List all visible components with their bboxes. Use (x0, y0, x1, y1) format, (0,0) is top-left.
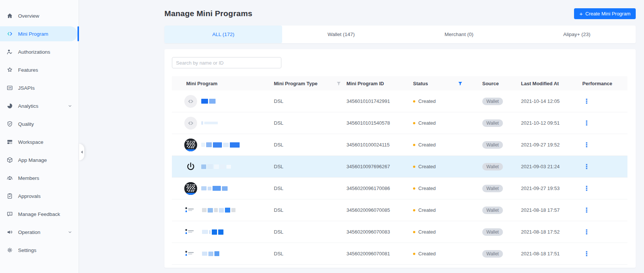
table-row[interactable]: DSL3456020096070083CreatedWallet2021-08-… (172, 221, 627, 243)
sidebar-item-label: Workspace (18, 139, 43, 145)
create-mini-program-button[interactable]: + Create Mini Program (574, 8, 636, 19)
status-label: Created (418, 229, 436, 235)
table-row[interactable]: DSL3456010101540578CreatedWallet2021-10-… (172, 112, 627, 134)
performance-cell (582, 163, 627, 170)
column-label: Mini Program (186, 81, 217, 86)
mini-program-name-redacted (201, 121, 218, 125)
last-modified-cell: 2021-09-03 21:24 (521, 164, 582, 169)
row-actions-menu-icon[interactable] (584, 97, 589, 105)
sidebar-item-members[interactable]: Members (0, 170, 79, 186)
mini-program-cell (172, 250, 274, 258)
tab-label: Alipay+ (23) (563, 32, 590, 37)
last-modified-cell: 2021-08-18 17:51 (521, 251, 582, 256)
status-label: Created (418, 186, 436, 191)
redacted-name-block (209, 99, 216, 104)
row-actions-menu-icon[interactable] (584, 228, 589, 236)
mini-program-type-cell: DSL (274, 98, 346, 104)
tab-merchant-0-[interactable]: Merchant (0) (400, 26, 518, 43)
redacted-name-block (208, 252, 213, 256)
page-header: Manage Mini Programs + Create Mini Progr… (164, 7, 636, 20)
table-row[interactable]: DSL3456010101742991CreatedWallet2021-10-… (172, 90, 627, 112)
table-row[interactable]: DSL3456020096070081CreatedWallet2021-08-… (172, 243, 627, 265)
api-icon: API (6, 84, 13, 91)
redacted-name-block (212, 229, 217, 235)
sidebar-item-app-manage[interactable]: App Manage (0, 152, 79, 167)
column-label: Status (413, 81, 428, 86)
last-modified-cell: 2021-10-12 09:51 (521, 120, 582, 126)
mini-program-id-cell: 3456010100024115 (346, 142, 413, 148)
table-row[interactable]: DSL3456010100024115CreatedWallet2021-09-… (172, 134, 627, 156)
sidebar-item-overview[interactable]: Overview (0, 8, 79, 23)
column-header-status: Status (413, 76, 482, 90)
mini-program-name-redacted (201, 186, 228, 191)
sidebar-item-label: Settings (18, 247, 36, 253)
sidebar-item-jsapis[interactable]: APIJSAPIs (0, 80, 79, 95)
table-row[interactable]: DSL3456020096070085CreatedWallet2021-08-… (172, 199, 627, 221)
row-actions-menu-icon[interactable] (584, 206, 589, 214)
filter-funnel-icon[interactable] (336, 81, 341, 86)
sidebar-item-quality[interactable]: Quality (0, 116, 79, 131)
table-row[interactable]: DSL3456010097696267CreatedWallet2021-09-… (172, 156, 627, 178)
sidebar-item-analytics[interactable]: Analytics (0, 98, 79, 113)
column-header-source: Source (482, 76, 521, 90)
status-dot-icon (413, 253, 415, 255)
source-badge: Wallet (482, 141, 503, 149)
status-cell: Created (413, 229, 482, 235)
tab-label: Merchant (0) (445, 32, 474, 37)
sidebar-item-approvals[interactable]: Approvals (0, 189, 79, 204)
status-dot-icon (413, 187, 415, 190)
sidebar-item-label: Overview (18, 13, 39, 19)
redacted-name-block (208, 187, 211, 190)
mini-program-name-redacted (202, 251, 219, 256)
column-label: Source (482, 81, 499, 86)
redacted-name-block (201, 186, 207, 190)
mini-program-cell (172, 207, 274, 214)
mini-program-type-cell: DSL (274, 164, 346, 169)
status-dot-icon (413, 144, 415, 146)
mini-program-cell (172, 182, 274, 195)
row-actions-menu-icon[interactable] (584, 119, 589, 127)
status-dot-icon (413, 100, 415, 103)
row-actions-menu-icon[interactable] (584, 250, 589, 258)
sidebar-item-features[interactable]: Features (0, 62, 79, 77)
sidebar-item-settings[interactable]: Settings (0, 243, 79, 258)
sidebar-item-manage-feedback[interactable]: Manage Feedback (0, 207, 79, 222)
redacted-name-block (201, 143, 205, 147)
table-row[interactable]: DSL3456020096170086CreatedWallet2021-09-… (172, 178, 627, 199)
row-actions-menu-icon[interactable] (584, 163, 589, 170)
filter-funnel-icon[interactable] (458, 81, 463, 86)
mini-program-avatar-qr-icon (184, 182, 197, 195)
row-actions-menu-icon[interactable] (584, 141, 589, 149)
sidebar-item-label: Operation (18, 229, 40, 235)
sidebar-item-operation[interactable]: Operation (0, 225, 79, 240)
mini-program-id-cell: 3456010097696267 (346, 164, 413, 169)
shield-icon (6, 121, 13, 127)
create-button-label: Create Mini Program (585, 11, 630, 17)
column-label: Mini Program Type (274, 81, 317, 86)
search-input[interactable] (172, 57, 281, 68)
source-badge: Wallet (482, 228, 503, 236)
sidebar-item-authorizations[interactable]: Authorizations (0, 44, 79, 59)
tab-all-172-[interactable]: ALL (172) (164, 26, 282, 43)
row-actions-menu-icon[interactable] (584, 184, 589, 192)
main-content: Manage Mini Programs + Create Mini Progr… (79, 0, 644, 273)
status-label: Created (418, 251, 436, 256)
status-label: Created (418, 120, 436, 126)
redacted-name-block (214, 251, 219, 256)
source-cell: Wallet (482, 141, 521, 149)
tab-wallet-147-[interactable]: Wallet (147) (282, 26, 400, 43)
last-modified-cell: 2021-09-27 19:52 (521, 142, 582, 148)
mini-program-type-cell: DSL (274, 186, 346, 191)
tab-alipay+-23-[interactable]: Alipay+ (23) (518, 26, 636, 43)
sidebar-item-workspace[interactable]: Workspace (0, 134, 79, 149)
sidebar-item-label: JSAPIs (18, 85, 35, 91)
sidebar-item-mini-program[interactable]: Mini Program (0, 26, 77, 41)
home-icon (6, 12, 13, 19)
last-modified-cell: 2021-10-14 12:05 (521, 98, 582, 104)
mini-program-type-cell: DSL (274, 207, 346, 213)
performance-cell (582, 184, 627, 192)
redacted-name-block (225, 208, 230, 213)
mini-program-name-redacted (202, 208, 235, 213)
mini-program-type-cell: DSL (274, 251, 346, 256)
star-icon (6, 66, 13, 73)
